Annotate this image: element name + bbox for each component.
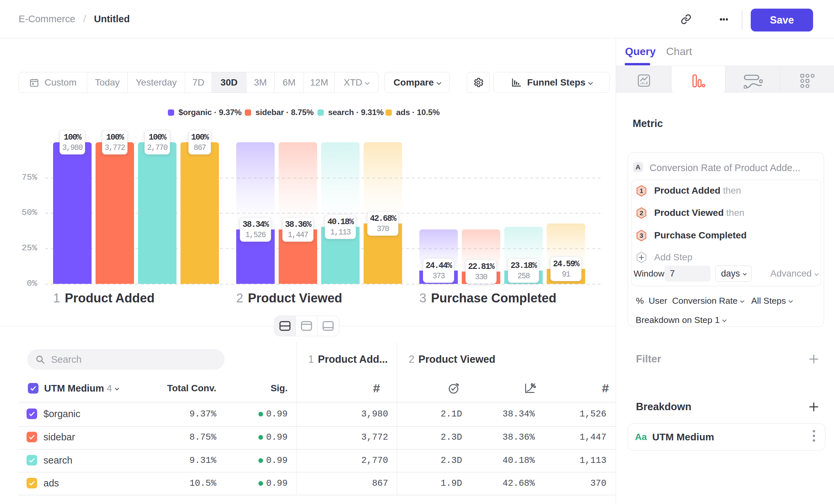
- svg-text:3: 3: [640, 232, 643, 239]
- svg-text:2: 2: [640, 210, 643, 216]
- svg-text:1: 1: [640, 187, 643, 194]
